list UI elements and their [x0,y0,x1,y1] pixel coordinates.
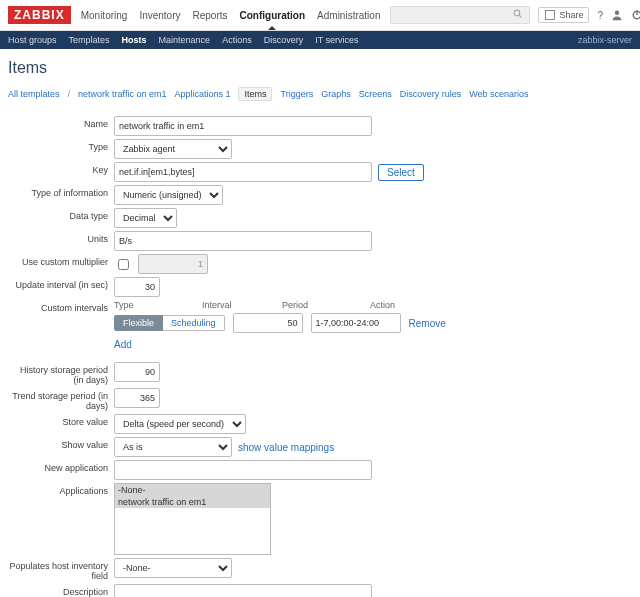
crumb-items[interactable]: Items [238,87,272,101]
user-icon[interactable] [611,9,623,21]
crumb-discovery[interactable]: Discovery rules [400,89,462,99]
ci-type-seg: Flexible Scheduling [114,315,225,331]
svg-line-1 [520,15,522,17]
help-icon[interactable]: ? [597,10,603,21]
search-icon [513,9,525,21]
key-input[interactable] [114,162,372,182]
ci-header: Type Interval Period Action [114,300,632,310]
inv-select[interactable]: -None- [114,558,232,578]
trend-input[interactable] [114,388,160,408]
label-newapp: New application [8,460,114,473]
share-icon [544,9,556,21]
top-menu-configuration[interactable]: Configuration [240,10,306,21]
apps-opt-none[interactable]: -None- [115,484,270,496]
datatype-select[interactable]: Decimal [114,208,177,228]
share-label: Share [559,10,583,20]
name-input[interactable] [114,116,372,136]
top-menu-administration[interactable]: Administration [317,10,380,21]
label-units: Units [8,231,114,244]
desc-textarea[interactable] [114,584,372,597]
sub-discovery[interactable]: Discovery [264,35,304,45]
crumb-graphs[interactable]: Graphs [321,89,351,99]
label-typeinfo: Type of information [8,185,114,198]
ci-remove[interactable]: Remove [409,318,446,329]
sub-menu: Host groups Templates Hosts Maintenance … [0,31,640,49]
crumb-sep: / [68,89,71,99]
crumb-template[interactable]: network traffic on em1 [78,89,166,99]
sub-hosts[interactable]: Hosts [122,35,147,45]
share-button[interactable]: Share [538,7,589,23]
label-usemult: Use custom multiplier [8,254,114,267]
mult-input[interactable] [138,254,208,274]
logo: ZABBIX [8,6,71,24]
ci-period-input[interactable] [311,313,401,333]
svg-point-3 [615,11,620,16]
crumb-applications[interactable]: Applications 1 [174,89,230,99]
updint-input[interactable] [114,277,160,297]
type-select[interactable]: Zabbix agent [114,139,232,159]
label-name: Name [8,116,114,129]
crumb-triggers[interactable]: Triggers [280,89,313,99]
sub-actions[interactable]: Actions [222,35,252,45]
label-store: Store value [8,414,114,427]
show-mappings-link[interactable]: show value mappings [238,442,334,453]
label-updint: Update interval (in sec) [8,277,114,290]
page-title: Items [8,59,632,77]
svg-rect-2 [546,11,555,20]
history-input[interactable] [114,362,160,382]
label-custint: Custom intervals [8,300,114,313]
crumb-screens[interactable]: Screens [359,89,392,99]
ci-interval-input[interactable] [233,313,303,333]
crumb-web[interactable]: Web scenarios [469,89,528,99]
ci-scheduling[interactable]: Scheduling [163,315,225,331]
top-bar: ZABBIX Monitoring Inventory Reports Conf… [0,0,640,31]
ci-add[interactable]: Add [114,339,132,350]
label-show: Show value [8,437,114,450]
top-menu: Monitoring Inventory Reports Configurati… [81,10,381,21]
show-select[interactable]: As is [114,437,232,457]
ci-h-type: Type [114,300,194,310]
item-form: Name Type Zabbix agent Key Select Type o… [0,109,640,597]
newapp-input[interactable] [114,460,372,480]
svg-point-0 [515,10,521,16]
usemult-checkbox[interactable] [118,259,129,270]
top-menu-inventory[interactable]: Inventory [139,10,180,21]
label-inv: Populates host inventory field [8,558,114,581]
sub-maintenance[interactable]: Maintenance [159,35,211,45]
top-menu-reports[interactable]: Reports [193,10,228,21]
sub-itservices[interactable]: IT services [315,35,358,45]
breadcrumb-tabs: All templates / network traffic on em1 A… [0,83,640,109]
select-button[interactable]: Select [378,164,424,181]
label-datatype: Data type [8,208,114,221]
ci-flexible[interactable]: Flexible [114,315,163,331]
ci-h-period: Period [282,300,362,310]
label-desc: Description [8,584,114,597]
server-name: zabbix-server [578,35,632,45]
ci-h-interval: Interval [202,300,274,310]
label-type: Type [8,139,114,152]
typeinfo-select[interactable]: Numeric (unsigned) [114,185,223,205]
sub-hostgroups[interactable]: Host groups [8,35,57,45]
label-trend: Trend storage period (in days) [8,388,114,411]
store-select[interactable]: Delta (speed per second) [114,414,246,434]
label-key: Key [8,162,114,175]
label-apps: Applications [8,483,114,496]
top-right: Share ? [390,6,640,24]
label-history: History storage period (in days) [8,362,114,385]
power-icon[interactable] [631,9,640,21]
apps-opt-1[interactable]: network traffic on em1 [115,496,270,508]
search-input[interactable] [390,6,530,24]
apps-listbox[interactable]: -None- network traffic on em1 [114,483,271,555]
crumb-all-templates[interactable]: All templates [8,89,60,99]
top-menu-monitoring[interactable]: Monitoring [81,10,128,21]
ci-h-action: Action [370,300,410,310]
sub-templates[interactable]: Templates [69,35,110,45]
units-input[interactable] [114,231,372,251]
ci-row: Flexible Scheduling Remove [114,313,632,333]
